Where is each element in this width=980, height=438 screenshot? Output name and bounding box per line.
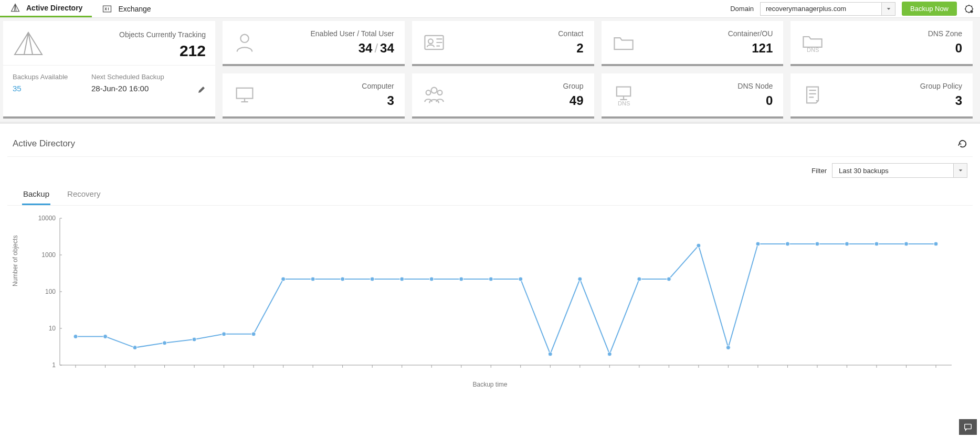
svg-point-74	[637, 277, 641, 281]
chart-xlabel: Backup time	[7, 381, 973, 393]
dns-zone-icon: DNS	[801, 32, 824, 53]
pencil-icon[interactable]	[197, 86, 206, 94]
svg-rect-11	[616, 87, 630, 97]
dns-node-icon: DNS	[612, 84, 635, 105]
stat-value: 49	[453, 93, 584, 108]
svg-point-69	[489, 277, 493, 281]
svg-text:DNS: DNS	[807, 47, 819, 53]
tab-active-directory[interactable]: Active Directory	[0, 0, 92, 17]
svg-point-58	[163, 341, 167, 345]
tab-exchange-label: Exchange	[118, 5, 151, 13]
settings-gear-icon[interactable]	[963, 3, 975, 15]
svg-point-73	[607, 352, 612, 356]
chart-tab-backup[interactable]: Backup	[22, 184, 50, 205]
chart-panel: Active Directory Filter Last 30 backups …	[7, 131, 973, 393]
svg-point-81	[845, 242, 849, 246]
stat-label: Computer	[264, 82, 394, 90]
backups-available-label: Backups Available	[13, 73, 81, 81]
stat-label: Enabled User / Total User	[264, 29, 394, 38]
svg-point-63	[311, 277, 315, 281]
svg-point-62	[281, 277, 286, 281]
svg-point-70	[519, 277, 523, 281]
tracking-label: Objects Currently Tracking	[52, 30, 206, 39]
folder-icon	[612, 32, 635, 53]
svg-text:10000: 10000	[38, 215, 56, 222]
svg-point-76	[697, 243, 701, 248]
svg-point-79	[785, 242, 789, 246]
svg-point-65	[370, 277, 374, 281]
stat-label: Group Policy	[831, 82, 962, 90]
user-icon	[233, 32, 256, 53]
filter-label: Filter	[812, 167, 827, 175]
stat-value: 2	[453, 41, 584, 56]
svg-point-10	[437, 90, 442, 95]
svg-text:10: 10	[49, 325, 56, 332]
chart-svg: 110100100010000	[23, 213, 957, 376]
refresh-icon[interactable]	[958, 139, 967, 148]
svg-point-72	[578, 277, 582, 281]
computer-icon	[233, 84, 256, 105]
contact-icon	[423, 32, 446, 53]
pyramid-icon	[9, 2, 21, 14]
svg-text:1: 1	[52, 361, 56, 369]
stat-value: 121	[642, 41, 773, 56]
svg-point-57	[133, 346, 137, 350]
stat-dnsnode[interactable]: DNS DNS Node 0	[602, 73, 784, 119]
svg-point-61	[251, 332, 256, 336]
stat-gpo[interactable]: Group Policy 3	[791, 73, 973, 119]
chart: Number of objects 110100100010000	[23, 213, 957, 376]
tab-exchange[interactable]: Exchange	[92, 0, 160, 17]
stat-dnszone[interactable]: DNS DNS Zone 0	[791, 21, 973, 66]
stat-value: 0	[831, 41, 962, 56]
filter-select[interactable]: Last 30 backups	[832, 163, 967, 178]
stat-label: DNS Zone	[831, 29, 962, 38]
svg-point-77	[726, 346, 730, 350]
domain-value: recoverymanagerplus.com	[761, 5, 881, 13]
stat-enabled-user[interactable]: Enabled User / Total User 34/34	[223, 21, 405, 66]
stat-grid: Enabled User / Total User 34/34 Contact …	[223, 21, 980, 119]
domain-label: Domain	[730, 5, 754, 13]
group-icon	[423, 84, 446, 105]
svg-point-5	[428, 39, 433, 44]
stat-label: Container/OU	[642, 29, 773, 38]
svg-point-78	[756, 242, 760, 246]
panel-title: Active Directory	[13, 138, 75, 149]
svg-rect-0	[103, 6, 111, 12]
svg-point-68	[459, 277, 463, 281]
next-backup-label: Next Scheduled Backup	[91, 73, 187, 81]
svg-text:DNS: DNS	[618, 100, 630, 106]
svg-text:100: 100	[45, 288, 56, 295]
svg-point-3	[240, 35, 248, 42]
svg-point-9	[426, 90, 430, 95]
svg-point-56	[103, 335, 108, 339]
exchange-icon	[101, 3, 113, 15]
stat-contact[interactable]: Contact 2	[412, 21, 594, 66]
stat-computer[interactable]: Computer 3	[223, 73, 405, 119]
stat-container[interactable]: Container/OU 121	[602, 21, 784, 66]
svg-point-71	[548, 352, 552, 356]
svg-point-83	[904, 242, 908, 246]
chevron-down-icon	[953, 164, 967, 177]
chart-tab-recovery[interactable]: Recovery	[66, 184, 101, 205]
svg-point-67	[429, 277, 434, 281]
svg-point-60	[222, 332, 226, 336]
domain-select[interactable]: recoverymanagerplus.com	[760, 2, 895, 16]
backup-now-button[interactable]: Backup Now	[902, 2, 957, 16]
pyramid-icon	[13, 30, 44, 57]
stat-group[interactable]: Group 49	[412, 73, 594, 119]
stat-value: 3	[264, 93, 394, 108]
svg-point-55	[73, 335, 78, 339]
tab-ad-label: Active Directory	[26, 4, 82, 12]
svg-point-64	[341, 277, 345, 281]
top-nav: Active Directory Exchange Domain recover…	[0, 0, 980, 18]
filter-value: Last 30 backups	[833, 167, 953, 175]
stat-label: Contact	[453, 29, 584, 38]
chart-ylabel: Number of objects	[12, 235, 19, 286]
dashboard: Objects Currently Tracking 212 Backups A…	[0, 18, 980, 124]
stat-value: 3	[831, 93, 962, 108]
svg-text:1000: 1000	[41, 251, 56, 259]
svg-point-84	[934, 242, 938, 246]
backups-available-value[interactable]: 35	[13, 84, 81, 93]
tracking-value: 212	[52, 42, 206, 60]
svg-point-82	[874, 242, 879, 246]
